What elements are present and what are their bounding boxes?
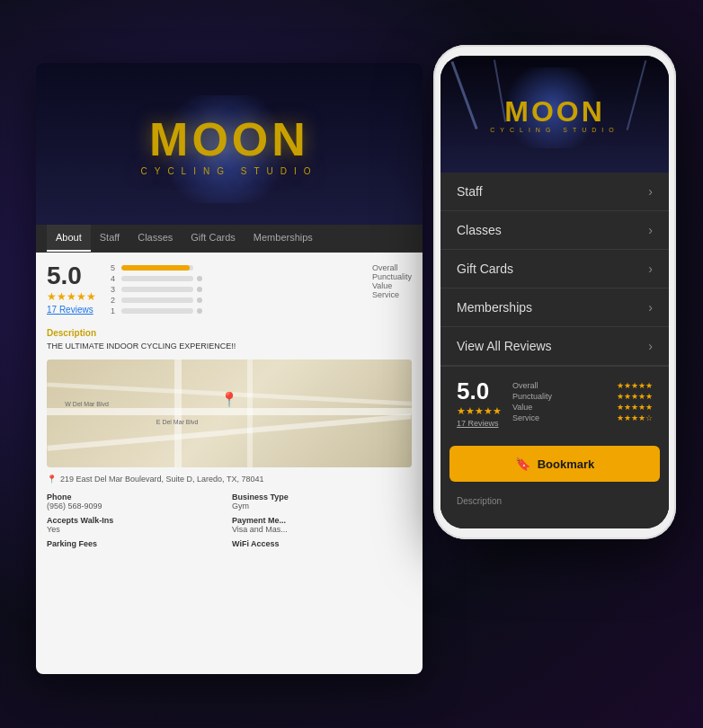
phone-menu-staff[interactable]: Staff › bbox=[440, 173, 669, 211]
rating-bars: 5 4 3 2 1 bbox=[111, 263, 358, 317]
phone-detail-service: Service ★★★★☆ bbox=[512, 413, 653, 422]
description-bar-label: Description bbox=[457, 496, 502, 506]
desktop-card: MOON CYCLING STUDIO About Staff Classes … bbox=[36, 63, 423, 674]
phone-menu-giftcards[interactable]: Gift Cards › bbox=[440, 250, 669, 289]
phone-description-bar: Description bbox=[440, 489, 669, 513]
bar-row-2: 2 bbox=[111, 296, 358, 305]
rating-labels: Overall Punctuality Value Service bbox=[372, 263, 412, 317]
bookmark-label: Bookmark bbox=[538, 457, 595, 471]
rating-section: 5.0 ★★★★★ 17 Reviews 5 4 3 bbox=[47, 263, 412, 317]
chevron-icon: › bbox=[648, 223, 653, 237]
phone-detail-punctuality: Punctuality ★★★★★ bbox=[512, 392, 653, 401]
phone-rating-stars: ★★★★★ bbox=[457, 405, 502, 417]
bar-row-3: 3 bbox=[111, 285, 358, 294]
info-walkins: Accepts Walk-Ins Yes bbox=[47, 516, 227, 534]
bar-row-1: 1 bbox=[111, 306, 358, 315]
desktop-nav-classes[interactable]: Classes bbox=[129, 225, 182, 252]
chevron-icon: › bbox=[648, 262, 653, 276]
phone-header: MOON CYCLING STUDIO bbox=[440, 56, 669, 173]
desktop-nav: About Staff Classes Gift Cards Membershi… bbox=[36, 225, 423, 253]
phone-rating-details: Overall ★★★★★ Punctuality ★★★★★ Value ★★… bbox=[512, 381, 653, 424]
info-payment: Payment Me... Visa and Mas... bbox=[232, 516, 412, 534]
phone-device: MOON CYCLING STUDIO Staff › Classes › Gi… bbox=[433, 45, 676, 539]
desktop-subtitle: CYCLING STUDIO bbox=[140, 166, 317, 176]
bookmark-button[interactable]: 🔖 Bookmark bbox=[449, 446, 660, 482]
phone-rating-row: 5.0 ★★★★★ 17 Reviews Overall ★★★★★ Punct… bbox=[457, 377, 653, 428]
address-line: 📍 219 East Del Mar Boulevard, Suite D, L… bbox=[47, 475, 412, 484]
description-text: THE ULTIMATE INDOOR CYCLING EXPERIENCE!! bbox=[47, 342, 412, 351]
phone-menu-reviews[interactable]: View All Reviews › bbox=[440, 327, 669, 366]
phone-screen: MOON CYCLING STUDIO Staff › Classes › Gi… bbox=[440, 56, 669, 528]
chevron-icon: › bbox=[648, 339, 653, 353]
bar-row-5: 5 bbox=[111, 263, 358, 272]
rating-stars: ★★★★★ bbox=[47, 290, 96, 303]
map-area: W Del Mar Blvd E Del Mar Blvd 📍 bbox=[47, 360, 412, 467]
desktop-content: 5.0 ★★★★★ 17 Reviews 5 4 3 bbox=[36, 253, 423, 674]
desktop-nav-memberships[interactable]: Memberships bbox=[245, 225, 322, 252]
bar-row-4: 4 bbox=[111, 274, 358, 283]
desktop-nav-giftcards[interactable]: Gift Cards bbox=[182, 225, 245, 252]
rating-left: 5.0 ★★★★★ 17 Reviews bbox=[47, 263, 96, 317]
reviews-link[interactable]: 17 Reviews bbox=[47, 305, 96, 315]
bookmark-icon: 🔖 bbox=[515, 457, 530, 471]
chevron-icon: › bbox=[648, 300, 653, 315]
desktop-nav-about[interactable]: About bbox=[47, 225, 91, 252]
phone-reviews-link[interactable]: 17 Reviews bbox=[457, 419, 502, 428]
description-title: Description bbox=[47, 328, 412, 338]
map-pin: 📍 bbox=[220, 391, 238, 408]
chevron-icon: › bbox=[648, 184, 653, 199]
phone-detail-overall: Overall ★★★★★ bbox=[512, 381, 653, 390]
phone-menu-memberships[interactable]: Memberships › bbox=[440, 289, 669, 327]
phone-menu: Staff › Classes › Gift Cards › Membershi… bbox=[440, 173, 669, 528]
phone-ratings-section: 5.0 ★★★★★ 17 Reviews Overall ★★★★★ Punct… bbox=[440, 366, 669, 439]
phone-detail-value: Value ★★★★★ bbox=[512, 403, 653, 412]
phone-menu-classes[interactable]: Classes › bbox=[440, 211, 669, 250]
phone-logo: MOON bbox=[490, 95, 619, 129]
info-grid: Phone (956) 568-9099 Business Type Gym A… bbox=[47, 493, 412, 548]
desktop-nav-staff[interactable]: Staff bbox=[91, 225, 129, 252]
desktop-logo: MOON bbox=[140, 112, 317, 166]
rating-score: 5.0 bbox=[47, 263, 96, 289]
info-business-type: Business Type Gym bbox=[232, 493, 412, 510]
info-wifi: WiFi Access bbox=[232, 539, 412, 548]
phone-logo-subtitle: CYCLING STUDIO bbox=[490, 127, 619, 133]
info-phone: Phone (956) 568-9099 bbox=[47, 493, 227, 510]
phone-rating-score: 5.0 bbox=[457, 377, 502, 405]
desktop-header: MOON CYCLING STUDIO bbox=[36, 63, 423, 225]
info-parking: Parking Fees bbox=[47, 539, 227, 548]
phone-rating-left: 5.0 ★★★★★ 17 Reviews bbox=[457, 377, 502, 428]
